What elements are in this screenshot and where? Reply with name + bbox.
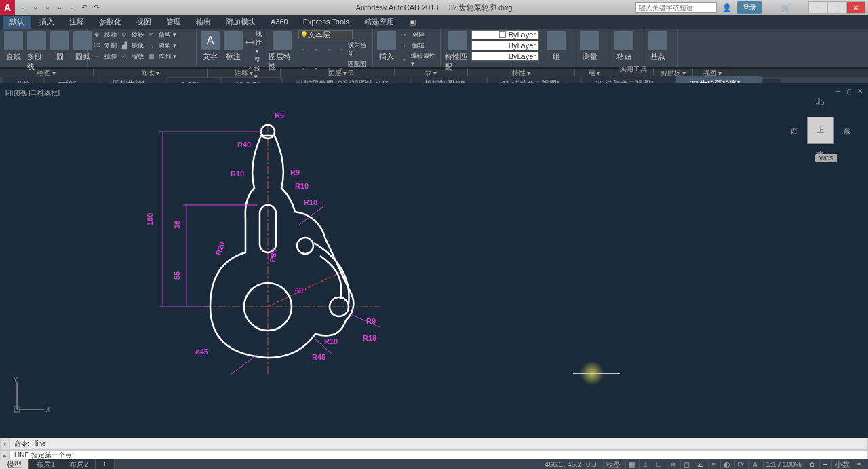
cycling-icon[interactable]: ⟳	[734, 459, 747, 469]
app-name: Autodesk AutoCAD 2018	[356, 3, 439, 12]
layer-btn1[interactable]: ▫	[298, 45, 309, 54]
login-button[interactable]: 登录	[737, 1, 762, 14]
paste-button[interactable]: 粘贴	[613, 30, 635, 63]
minimize-button[interactable]: ─	[808, 1, 827, 14]
wcs-badge[interactable]: WCS	[815, 154, 837, 162]
qat-saveas-icon[interactable]: ▫	[54, 2, 65, 13]
layout-tab-2[interactable]: 布局2	[62, 459, 96, 470]
maximize-button[interactable]: ▢	[827, 1, 846, 14]
line-button[interactable]: 直线	[3, 30, 24, 63]
tab-a360[interactable]: A360	[264, 16, 295, 27]
help-icon[interactable]: ?	[796, 3, 806, 12]
transparency-icon[interactable]: ◐	[720, 459, 733, 469]
model-space-button[interactable]: 模型	[603, 459, 624, 469]
create-block-button[interactable]: ▫创建	[399, 30, 437, 39]
insert-block-button[interactable]: 插入	[376, 30, 397, 63]
scale-button[interactable]: ⤢	[118, 52, 130, 61]
infocenter-icon[interactable]: 👤	[719, 3, 734, 12]
anno-icon[interactable]: Ａ	[748, 459, 762, 469]
cmd-toggle-icon[interactable]: ×	[0, 438, 9, 450]
layer-btn3[interactable]: ▫	[323, 45, 334, 54]
dim-60deg: 60°	[295, 286, 307, 295]
qat-save-icon[interactable]: ▫	[42, 2, 53, 13]
panel-annot-title[interactable]: 注释 ▾	[208, 69, 281, 77]
vc-east[interactable]: 东	[843, 126, 850, 136]
fillet-button[interactable]: ◞	[145, 41, 157, 50]
plus-icon[interactable]: +	[819, 459, 829, 469]
gear-icon[interactable]: ✿	[806, 459, 818, 469]
layout-tab-add[interactable]: +	[96, 459, 114, 470]
drawing-area[interactable]: [-][俯视][二维线框] ─ ▢ ✕ 北 西 东 南 上 WCS	[0, 83, 868, 438]
tab-focus-icon[interactable]: ▣	[402, 16, 422, 28]
tab-annotate[interactable]: 注释	[62, 16, 91, 29]
title-bar: A ▫ ▫ ▫ ▫ ▫ ↶ ↷ Autodesk AutoCAD 2018 32…	[0, 0, 868, 15]
osnap-icon[interactable]: ◻	[680, 459, 692, 469]
cart-icon[interactable]: 🛒	[778, 3, 793, 12]
edit-block-button[interactable]: ▫编辑	[399, 41, 437, 50]
vp-close-icon[interactable]: ✕	[856, 87, 864, 95]
dimension-button[interactable]: 标注	[222, 30, 244, 63]
qat-undo-icon[interactable]: ↶	[79, 2, 90, 13]
tab-featured[interactable]: 精选应用	[357, 16, 401, 29]
search-input[interactable]	[635, 2, 717, 13]
measure-button[interactable]: 测量	[579, 30, 601, 63]
rotate-button[interactable]: ↻	[118, 30, 130, 39]
match-props-button[interactable]: 特性匹配	[443, 30, 470, 73]
lweight-icon[interactable]: ≡	[708, 459, 718, 469]
vp-maximize-icon[interactable]: ▢	[845, 87, 853, 95]
linear-dim-button[interactable]: ⟷线性 ▾	[245, 30, 265, 54]
units-label[interactable]: 小数	[831, 459, 852, 469]
polyline-button[interactable]: 多段线	[26, 30, 47, 73]
otrack-icon[interactable]: ∠	[694, 459, 707, 469]
close-button[interactable]: ✕	[846, 1, 865, 14]
layout-tab-model[interactable]: 模型	[0, 459, 29, 470]
tab-manage[interactable]: 管理	[159, 16, 188, 29]
group-button[interactable]: 组	[545, 30, 567, 63]
quick-access-toolbar: ▫ ▫ ▫ ▫ ▫ ↶ ↷	[15, 2, 104, 13]
dim-d45: ø45	[195, 348, 208, 356]
tab-view[interactable]: 视图	[130, 16, 158, 29]
qat-print-icon[interactable]: ▫	[66, 2, 77, 13]
color-combo[interactable]: ByLayer	[471, 30, 539, 39]
qat-redo-icon[interactable]: ↷	[91, 2, 102, 13]
layer-btn4[interactable]: ▫	[335, 45, 346, 54]
exchange-icon[interactable]: ✕	[764, 3, 776, 12]
viewport-label[interactable]: [-][俯视][二维线框]	[5, 88, 60, 98]
copy-button[interactable]: ⿻	[91, 41, 103, 50]
tab-insert[interactable]: 插入	[33, 16, 61, 29]
grid-icon[interactable]: ▦	[625, 459, 638, 469]
tab-express[interactable]: Express Tools	[296, 16, 356, 27]
customize-icon[interactable]: ≡	[854, 459, 864, 469]
lineweight-combo[interactable]: ByLayer	[471, 41, 539, 50]
layer-combo[interactable]: 💡 文本层	[298, 30, 353, 39]
app-menu-icon[interactable]: A	[0, 0, 15, 15]
tab-addins[interactable]: 附加模块	[219, 16, 262, 29]
mirror-button[interactable]: ▟	[118, 41, 130, 50]
layout-tab-1[interactable]: 布局1	[29, 459, 62, 470]
text-button[interactable]: A文字	[199, 30, 221, 63]
tab-default[interactable]: 默认	[3, 16, 31, 29]
trim-button[interactable]: ✂	[145, 30, 157, 39]
qat-new-icon[interactable]: ▫	[18, 2, 28, 13]
vc-west[interactable]: 西	[791, 126, 798, 136]
layer-btn2[interactable]: ▫	[311, 45, 321, 54]
move-button[interactable]: ✥	[91, 30, 103, 39]
ortho-icon[interactable]: ∟	[652, 459, 665, 469]
linetype-combo[interactable]: ByLayer	[471, 52, 539, 61]
viewcube-top-face[interactable]: 上	[807, 117, 834, 144]
layer-properties-button[interactable]: 图层特性	[267, 30, 297, 73]
qat-open-icon[interactable]: ▫	[30, 2, 41, 13]
array-button[interactable]: ▦	[145, 52, 157, 61]
circle-button[interactable]: 圆	[49, 30, 71, 63]
tab-output[interactable]: 输出	[189, 16, 218, 29]
vp-minimize-icon[interactable]: ─	[834, 87, 842, 95]
edit-attr-button[interactable]: ▫编辑属性 ▾	[399, 52, 437, 67]
snap-icon[interactable]: ⟂	[639, 459, 650, 469]
vc-north[interactable]: 北	[816, 96, 824, 107]
zoom-level[interactable]: 1:1 / 100%	[763, 459, 805, 469]
stretch-button[interactable]: ↔	[91, 52, 103, 61]
tab-parametric[interactable]: 参数化	[92, 16, 128, 29]
cad-drawing: R5 R40 R10 R9 R10 R10 160 36 55 R20 R84 …	[122, 103, 407, 388]
polar-icon[interactable]: ✲	[667, 459, 679, 469]
basepoint-button[interactable]: 基点	[647, 30, 669, 63]
